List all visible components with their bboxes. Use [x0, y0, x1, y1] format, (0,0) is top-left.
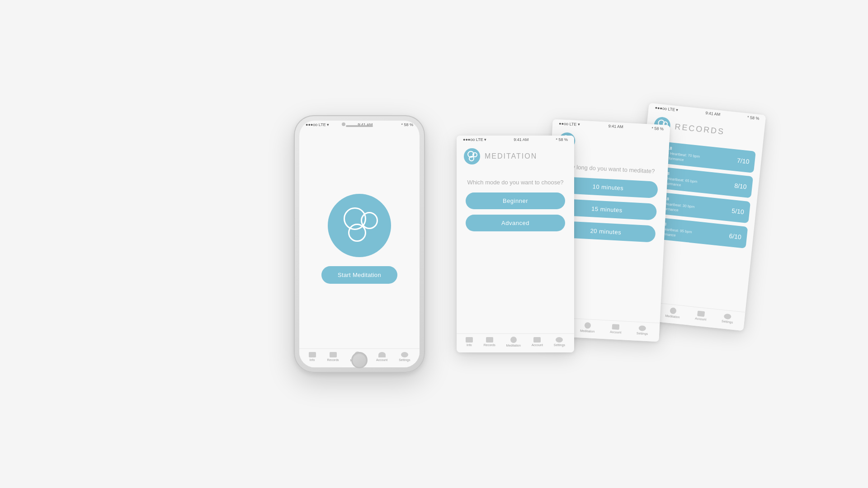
nav3-settings-icon	[639, 325, 646, 331]
info-icon	[309, 352, 316, 357]
time-3: 9:41 AM	[608, 124, 623, 129]
record-score-0: 7/10	[737, 157, 750, 165]
nav2-info[interactable]: Info	[466, 337, 473, 347]
carrier-1: ●●●oo LTE ▾	[306, 122, 329, 127]
status-left-1: ●●●oo LTE ▾	[306, 122, 329, 127]
logo-circle-3	[348, 224, 366, 242]
nav3-settings[interactable]: Settings	[637, 325, 648, 335]
time-1: 9:41 AM	[358, 122, 373, 127]
stacked-screens: ●●●oo LTE ▾ 9:41 AM * 58 % MEDITATION Wh…	[457, 136, 574, 352]
record-score-2: 5/10	[731, 207, 745, 216]
advanced-button[interactable]: Advanced	[466, 215, 565, 231]
nav-item-account[interactable]: Account	[376, 352, 387, 361]
logo-circles	[339, 207, 380, 244]
screen2-body: Which mode do you want to choose? Beginn…	[457, 169, 574, 333]
nav4-settings[interactable]: Settings	[722, 313, 734, 324]
status-right-1: * 58 %	[401, 122, 413, 127]
nav2-settings-icon	[556, 337, 563, 343]
screen-mode-selection: ●●●oo LTE ▾ 9:41 AM * 58 % MEDITATION Wh…	[457, 136, 574, 352]
nav-item-settings[interactable]: Settings	[399, 352, 410, 361]
carrier-3: ●●oo LTE ▾	[559, 121, 580, 127]
nav4-account-icon	[697, 311, 705, 317]
record-score-3: 6/10	[729, 232, 742, 241]
nav2-records-icon	[486, 337, 493, 343]
nav-label-settings: Settings	[399, 358, 410, 361]
battery-4: * 58 %	[747, 115, 760, 121]
time-2: 9:41 AM	[514, 137, 528, 142]
nav4-meditation[interactable]: Meditation	[665, 307, 681, 319]
logo-sm-2	[464, 148, 480, 164]
carrier-2: ●●●oo LTE ▾	[463, 137, 486, 142]
screen2-header: MEDITATION	[457, 144, 574, 169]
nav-label-account: Account	[376, 358, 387, 361]
record-score-1: 8/10	[734, 182, 747, 190]
main-scene: ●●●oo LTE ▾ 9:41 AM * 58 % Start Meditat…	[294, 115, 574, 373]
status-bar-1: ●●●oo LTE ▾ 9:41 AM * 58 %	[299, 121, 420, 129]
nav2-account[interactable]: Account	[532, 337, 543, 347]
nav3-meditation[interactable]: Meditation	[580, 322, 595, 333]
nav2-records[interactable]: Records	[484, 337, 495, 347]
nav4-meditation-icon	[670, 307, 676, 314]
nav3-account-icon	[612, 324, 620, 330]
nav4-account[interactable]: Account	[695, 310, 707, 321]
mode-question: Which mode do you want to choose?	[467, 178, 563, 187]
sm-circle-3	[469, 156, 474, 161]
logo-sm-circles-2	[466, 151, 478, 162]
settings-icon	[401, 352, 408, 357]
nav2-meditation-icon	[510, 337, 517, 343]
records-screen-title: RECORDS	[675, 122, 726, 136]
nav4-settings-icon	[724, 314, 731, 320]
account-icon	[378, 352, 386, 357]
nav3-meditation-icon	[584, 322, 591, 329]
nav-label-records: Records	[327, 358, 339, 361]
nav3-account[interactable]: Account	[610, 324, 622, 334]
start-meditation-button[interactable]: Start Meditation	[321, 266, 397, 284]
nav-item-records[interactable]: Records	[327, 352, 339, 361]
nav2-meditation[interactable]: Meditation	[506, 337, 521, 347]
nav-label-info: Info	[310, 358, 315, 361]
battery-3: * 58 %	[651, 126, 664, 131]
time-4: 9:41 AM	[705, 111, 721, 117]
battery-2: * 58 %	[556, 137, 568, 142]
phone-1-screen: ●●●oo LTE ▾ 9:41 AM * 58 % Start Meditat…	[299, 121, 420, 367]
nav2-account-icon	[533, 337, 541, 343]
status-bar-2: ●●●oo LTE ▾ 9:41 AM * 58 %	[457, 136, 574, 144]
screen2-title: MEDITATION	[485, 152, 537, 160]
duration-question: How long do you want to meditate?	[563, 162, 655, 176]
phone-1-shell: ●●●oo LTE ▾ 9:41 AM * 58 % Start Meditat…	[294, 115, 425, 373]
nav-item-info[interactable]: Info	[309, 352, 316, 361]
logo-circle-big	[328, 194, 391, 257]
phone-1-content: Start Meditation	[299, 129, 420, 348]
bottom-nav-2: Info Records Meditation Account Settings	[457, 333, 574, 352]
carrier-4: ●●●oo LTE ▾	[655, 105, 679, 112]
records-icon	[330, 352, 337, 357]
nav2-settings[interactable]: Settings	[554, 337, 565, 347]
beginner-button[interactable]: Beginner	[466, 192, 565, 209]
nav2-info-icon	[466, 337, 473, 343]
battery-1: * 58 %	[401, 122, 413, 127]
home-button[interactable]	[351, 352, 368, 368]
